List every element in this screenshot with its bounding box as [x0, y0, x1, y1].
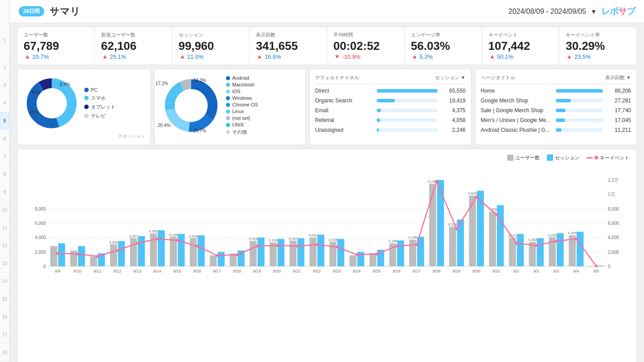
svg-point-156	[555, 240, 558, 242]
metric-card-1: 新規ユーザー数62,106🔺 25.1%	[95, 27, 172, 65]
svg-text:9/3: 9/3	[554, 269, 559, 273]
svg-point-149	[415, 243, 418, 246]
channel-col2[interactable]: セッション ▼	[435, 74, 466, 81]
row-number-9: 9	[0, 183, 9, 201]
svg-text:3,196: 3,196	[388, 239, 398, 243]
donut1-label-sp: 46%	[29, 110, 38, 115]
page-bar-fill-3	[556, 118, 565, 122]
svg-point-142	[276, 244, 279, 247]
svg-rect-62	[250, 241, 257, 266]
channel-row-4: Unassigned2,246	[315, 125, 466, 135]
leg-win: Windows	[226, 95, 258, 101]
metric-label-1: 新規ユーザー数	[101, 32, 166, 38]
main-chart-card: ユーザー数 セッション キーイベント 02,0004,0006,0008,000…	[17, 149, 637, 362]
metric-change-6: 🔺 50.1%	[488, 53, 553, 60]
svg-text:2,000: 2,000	[608, 249, 619, 254]
metric-card-0: ユーザー数67,789🔺 20.7%	[17, 27, 95, 65]
channel-rows: Direct65,550Organic Search19,419Email4,3…	[315, 86, 466, 135]
svg-text:3,557: 3,557	[289, 236, 298, 240]
donut2-label-mac: 20.7%	[193, 128, 206, 133]
page-val-2: 17,740	[607, 107, 631, 114]
metric-card-4: 平均時間00:02:52🔻 -10.9%	[327, 27, 405, 65]
channel-bar-fill-0	[377, 89, 438, 93]
page-bar-fill-0	[556, 89, 603, 93]
svg-point-146	[356, 253, 358, 256]
channel-bar-bg-2	[377, 109, 438, 112]
svg-point-151	[455, 228, 458, 230]
leg-linux: Linux	[226, 109, 258, 114]
svg-text:3,516: 3,516	[249, 237, 258, 241]
svg-rect-56	[210, 255, 217, 266]
legend-tv-label: テレビ	[91, 113, 106, 119]
page-bar-fill-2	[556, 109, 566, 112]
channel-bar-bg-4	[377, 128, 438, 132]
donut1-label-tab: 8.9%	[60, 82, 70, 87]
chart-area: 02,0004,0006,0008,00002,0004,0006,0008,0…	[25, 164, 629, 289]
svg-text:8/23: 8/23	[333, 269, 341, 273]
row-number-2: 2	[0, 59, 9, 77]
svg-text:1.2万: 1.2万	[608, 178, 619, 183]
svg-point-157	[575, 237, 578, 240]
row-number-13: 13	[0, 255, 9, 273]
svg-point-139	[216, 254, 218, 256]
svg-text:4,562: 4,562	[149, 229, 158, 233]
svg-text:9/5: 9/5	[593, 269, 599, 273]
svg-rect-79	[337, 239, 345, 266]
svg-text:9,820: 9,820	[468, 191, 477, 195]
svg-rect-53	[198, 235, 205, 266]
metrics-row: ユーザー数67,789🔺 20.7%新規ユーザー数62,106🔺 25.1%セッ…	[17, 27, 637, 65]
page-name-4: Android Classic Plushie | G...	[481, 127, 552, 133]
svg-text:8/15: 8/15	[173, 269, 181, 273]
os-donut-card: 34.3% 17.2% 20.4% 20.7% Android Macintos…	[154, 69, 306, 145]
leg-chrome: Chrome OS	[226, 102, 258, 107]
row-number-16: 16	[0, 308, 9, 326]
leg-other: その他	[226, 129, 258, 135]
svg-rect-31	[78, 246, 85, 266]
date-dropdown-icon[interactable]: ▼	[591, 8, 597, 15]
channel-val-1: 19,419	[441, 98, 466, 104]
svg-text:4,305: 4,305	[568, 231, 577, 235]
svg-point-140	[236, 253, 238, 256]
metric-card-7: キーイベント率30.29%🔺 23.5%	[559, 27, 636, 65]
svg-text:0: 0	[43, 264, 46, 269]
metric-value-7: 30.29%	[566, 40, 630, 53]
channel-bar-fill-4	[377, 128, 379, 132]
svg-text:8/26: 8/26	[393, 269, 401, 273]
svg-rect-37	[118, 241, 125, 266]
svg-text:4,108: 4,108	[169, 232, 178, 236]
chart-legend: ユーザー数 セッション キーイベント	[25, 155, 629, 161]
leg-android: Android	[226, 75, 258, 81]
svg-rect-78	[329, 241, 336, 266]
svg-rect-125	[577, 232, 584, 266]
svg-rect-71	[297, 238, 304, 266]
metric-label-4: 平均時間	[333, 32, 398, 38]
svg-point-133	[96, 255, 99, 257]
channel-card: デフォルトチャネル セッション ▼ Direct65,550Organic Se…	[309, 69, 472, 145]
channel-row-3: Referral4,058	[315, 115, 466, 125]
svg-point-132	[76, 252, 79, 255]
channel-val-3: 4,058	[441, 117, 466, 123]
page-val-0: 86,206	[607, 88, 631, 94]
row-number-5: 5	[0, 112, 9, 130]
leg-unix: UNIX	[226, 122, 258, 127]
svg-rect-97	[437, 180, 444, 266]
channel-val-2: 4,375	[441, 107, 466, 114]
svg-rect-104	[469, 195, 476, 266]
svg-rect-67	[278, 239, 285, 266]
page-col2[interactable]: 表示回数 ▼	[605, 74, 631, 81]
metric-value-3: 341,655	[256, 40, 320, 53]
svg-rect-108	[489, 212, 496, 266]
svg-point-158	[595, 264, 598, 267]
metric-value-4: 00:02:52	[333, 40, 398, 53]
svg-rect-92	[409, 240, 416, 266]
row-number-3: 3	[0, 77, 9, 94]
svg-text:8/30: 8/30	[472, 269, 480, 273]
page-rows: Home86,206Google Merch Shop27,281Sale | …	[481, 86, 632, 135]
svg-point-154	[515, 242, 518, 244]
page-title-header: ページタイトル 表示回数 ▼	[481, 74, 632, 84]
channel-bar-bg-1	[377, 99, 438, 102]
svg-rect-57	[217, 252, 225, 266]
svg-rect-96	[429, 183, 436, 266]
channel-bar-bg-3	[377, 118, 438, 122]
legend-sessions-label: セッション	[555, 155, 579, 161]
